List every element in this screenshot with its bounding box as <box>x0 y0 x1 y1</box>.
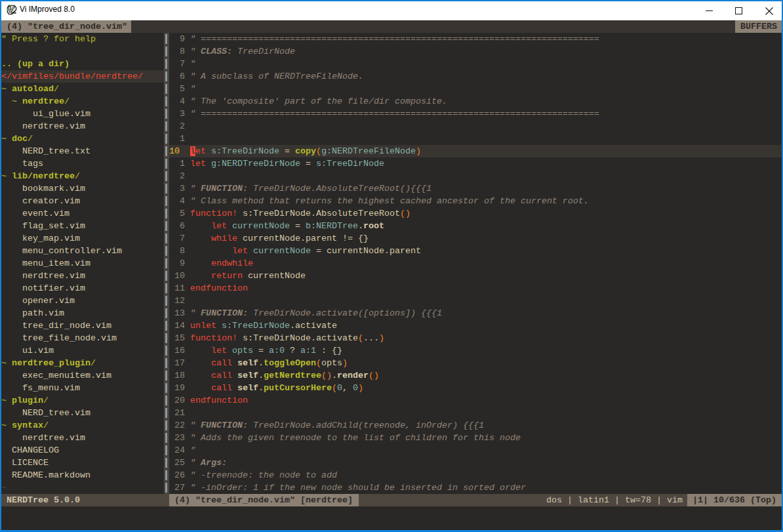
svg-text:im: im <box>11 10 16 15</box>
